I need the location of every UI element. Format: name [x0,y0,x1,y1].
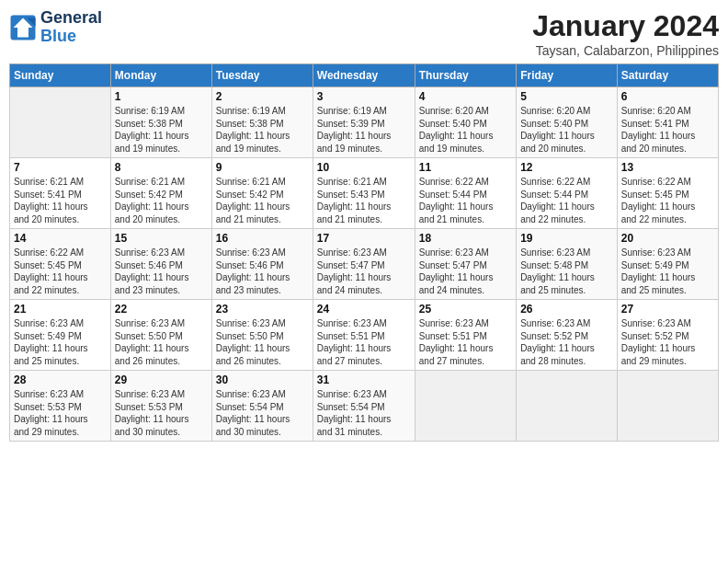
day-cell: 24Sunrise: 6:23 AM Sunset: 5:51 PM Dayli… [313,300,415,371]
day-number: 30 [216,373,309,386]
day-number: 8 [115,161,208,174]
day-number: 19 [520,232,613,245]
week-row-5: 28Sunrise: 6:23 AM Sunset: 5:53 PM Dayli… [10,371,719,442]
day-number: 5 [520,90,613,103]
day-number: 25 [419,303,512,316]
day-cell: 18Sunrise: 6:23 AM Sunset: 5:47 PM Dayli… [415,229,516,300]
day-number: 18 [419,232,512,245]
title-block: January 2024 Taysan, Calabarzon, Philipp… [532,9,719,58]
day-number: 22 [115,303,208,316]
logo: General Blue [9,9,102,46]
day-info: Sunrise: 6:23 AM Sunset: 5:48 PM Dayligh… [520,247,613,296]
day-number: 11 [419,161,512,174]
day-info: Sunrise: 6:20 AM Sunset: 5:41 PM Dayligh… [621,105,714,155]
calendar-body: 1Sunrise: 6:19 AM Sunset: 5:38 PM Daylig… [10,87,719,442]
day-number: 9 [216,161,309,174]
day-number: 28 [14,373,107,386]
day-cell [517,371,618,442]
day-number: 6 [621,90,714,103]
calendar-subtitle: Taysan, Calabarzon, Philippines [532,43,719,58]
day-cell: 14Sunrise: 6:22 AM Sunset: 5:45 PM Dayli… [10,229,111,300]
day-info: Sunrise: 6:23 AM Sunset: 5:49 PM Dayligh… [621,247,714,296]
day-cell: 11Sunrise: 6:22 AM Sunset: 5:44 PM Dayli… [415,158,516,229]
day-info: Sunrise: 6:23 AM Sunset: 5:54 PM Dayligh… [317,388,411,438]
day-number: 13 [621,161,714,174]
day-number: 24 [317,303,411,316]
day-info: Sunrise: 6:23 AM Sunset: 5:50 PM Dayligh… [115,317,208,367]
day-cell: 28Sunrise: 6:23 AM Sunset: 5:53 PM Dayli… [10,371,111,442]
day-cell: 21Sunrise: 6:23 AM Sunset: 5:49 PM Dayli… [10,300,111,371]
day-number: 2 [216,90,309,103]
header-saturday: Saturday [617,64,718,87]
day-number: 16 [216,232,309,245]
week-row-1: 1Sunrise: 6:19 AM Sunset: 5:38 PM Daylig… [10,87,719,158]
day-info: Sunrise: 6:23 AM Sunset: 5:53 PM Dayligh… [115,388,208,438]
day-info: Sunrise: 6:21 AM Sunset: 5:43 PM Dayligh… [317,176,411,225]
day-info: Sunrise: 6:23 AM Sunset: 5:47 PM Dayligh… [317,247,411,296]
day-number: 1 [115,90,208,103]
day-info: Sunrise: 6:23 AM Sunset: 5:54 PM Dayligh… [216,388,309,438]
day-cell [617,371,718,442]
day-number: 27 [621,303,714,316]
day-info: Sunrise: 6:23 AM Sunset: 5:52 PM Dayligh… [520,317,613,367]
header-wednesday: Wednesday [313,64,415,87]
day-info: Sunrise: 6:22 AM Sunset: 5:44 PM Dayligh… [419,176,512,225]
day-cell: 27Sunrise: 6:23 AM Sunset: 5:52 PM Dayli… [617,300,718,371]
day-cell: 22Sunrise: 6:23 AM Sunset: 5:50 PM Dayli… [110,300,211,371]
day-cell: 3Sunrise: 6:19 AM Sunset: 5:39 PM Daylig… [313,87,415,158]
day-info: Sunrise: 6:20 AM Sunset: 5:40 PM Dayligh… [419,105,512,155]
logo-icon [9,14,37,41]
day-number: 23 [216,303,309,316]
day-info: Sunrise: 6:21 AM Sunset: 5:42 PM Dayligh… [115,176,208,225]
day-info: Sunrise: 6:23 AM Sunset: 5:46 PM Dayligh… [115,247,208,296]
day-cell: 20Sunrise: 6:23 AM Sunset: 5:49 PM Dayli… [617,229,718,300]
week-row-4: 21Sunrise: 6:23 AM Sunset: 5:49 PM Dayli… [10,300,719,371]
day-cell: 26Sunrise: 6:23 AM Sunset: 5:52 PM Dayli… [517,300,618,371]
day-info: Sunrise: 6:19 AM Sunset: 5:38 PM Dayligh… [216,105,309,155]
day-cell: 17Sunrise: 6:23 AM Sunset: 5:47 PM Dayli… [313,229,415,300]
day-cell: 9Sunrise: 6:21 AM Sunset: 5:42 PM Daylig… [211,158,313,229]
day-cell [415,371,516,442]
day-info: Sunrise: 6:22 AM Sunset: 5:44 PM Dayligh… [520,176,613,225]
week-row-2: 7Sunrise: 6:21 AM Sunset: 5:41 PM Daylig… [10,158,719,229]
day-cell: 5Sunrise: 6:20 AM Sunset: 5:40 PM Daylig… [517,87,618,158]
day-cell: 16Sunrise: 6:23 AM Sunset: 5:46 PM Dayli… [211,229,313,300]
day-number: 15 [115,232,208,245]
day-cell: 4Sunrise: 6:20 AM Sunset: 5:40 PM Daylig… [415,87,516,158]
calendar-header-row: SundayMondayTuesdayWednesdayThursdayFrid… [10,64,719,87]
day-info: Sunrise: 6:22 AM Sunset: 5:45 PM Dayligh… [14,247,107,296]
calendar-table: SundayMondayTuesdayWednesdayThursdayFrid… [9,63,719,442]
day-info: Sunrise: 6:23 AM Sunset: 5:53 PM Dayligh… [14,388,107,438]
day-number: 12 [520,161,613,174]
day-cell: 2Sunrise: 6:19 AM Sunset: 5:38 PM Daylig… [211,87,313,158]
day-cell: 6Sunrise: 6:20 AM Sunset: 5:41 PM Daylig… [617,87,718,158]
day-number: 31 [317,373,411,386]
header-thursday: Thursday [415,64,516,87]
day-cell: 12Sunrise: 6:22 AM Sunset: 5:44 PM Dayli… [517,158,618,229]
day-number: 20 [621,232,714,245]
day-info: Sunrise: 6:23 AM Sunset: 5:52 PM Dayligh… [621,317,714,367]
day-cell: 30Sunrise: 6:23 AM Sunset: 5:54 PM Dayli… [211,371,313,442]
day-cell: 1Sunrise: 6:19 AM Sunset: 5:38 PM Daylig… [110,87,211,158]
header-sunday: Sunday [10,64,111,87]
day-info: Sunrise: 6:23 AM Sunset: 5:49 PM Dayligh… [14,317,107,367]
day-info: Sunrise: 6:23 AM Sunset: 5:47 PM Dayligh… [419,247,512,296]
day-number: 7 [14,161,107,174]
day-number: 3 [317,90,411,103]
day-number: 4 [419,90,512,103]
day-cell: 31Sunrise: 6:23 AM Sunset: 5:54 PM Dayli… [313,371,415,442]
page-header: General Blue January 2024 Taysan, Calaba… [9,9,719,58]
day-info: Sunrise: 6:23 AM Sunset: 5:51 PM Dayligh… [419,317,512,367]
day-number: 17 [317,232,411,245]
logo-blue: Blue [40,27,76,45]
day-cell: 7Sunrise: 6:21 AM Sunset: 5:41 PM Daylig… [10,158,111,229]
day-info: Sunrise: 6:20 AM Sunset: 5:40 PM Dayligh… [520,105,613,155]
day-number: 26 [520,303,613,316]
day-number: 21 [14,303,107,316]
week-row-3: 14Sunrise: 6:22 AM Sunset: 5:45 PM Dayli… [10,229,719,300]
day-cell: 15Sunrise: 6:23 AM Sunset: 5:46 PM Dayli… [110,229,211,300]
day-number: 29 [115,373,208,386]
day-info: Sunrise: 6:22 AM Sunset: 5:45 PM Dayligh… [621,176,714,225]
day-cell: 10Sunrise: 6:21 AM Sunset: 5:43 PM Dayli… [313,158,415,229]
calendar-title: January 2024 [532,9,719,43]
